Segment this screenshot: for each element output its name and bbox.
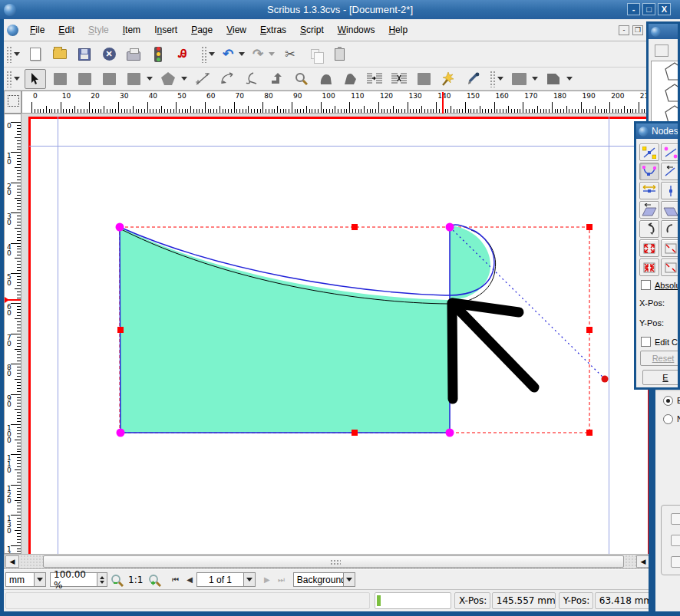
rotate-cw-button[interactable] <box>661 220 680 238</box>
maximize-button[interactable]: □ <box>642 3 655 15</box>
side-checkbox-2[interactable] <box>671 535 680 546</box>
menu-view[interactable]: View <box>220 22 253 38</box>
print-button[interactable] <box>123 44 144 64</box>
side-radio-1[interactable] <box>663 396 673 406</box>
scrollbar-thumb[interactable] <box>43 555 624 568</box>
next-page-button[interactable]: ▶ <box>260 575 274 584</box>
polygon-dropdown-icon[interactable] <box>181 77 187 81</box>
previous-page-button[interactable]: ◀ <box>183 575 196 584</box>
palette-title-bar[interactable] <box>649 24 678 39</box>
toolbar-overflow-icon[interactable] <box>14 77 20 81</box>
edited-shape-overlay[interactable] <box>21 114 680 554</box>
mdi-minimize-button[interactable]: - <box>619 25 629 35</box>
toolbar-drag-handle[interactable] <box>490 71 495 87</box>
unit-select[interactable]: mm <box>5 572 35 587</box>
shear-left-button[interactable] <box>639 201 659 219</box>
menu-page[interactable]: Page <box>184 22 220 38</box>
vertical-move-nodes-button[interactable] <box>661 182 680 199</box>
new-document-button[interactable] <box>25 44 46 64</box>
toolbar-overflow-icon[interactable] <box>497 77 503 81</box>
copy-item-properties-tool[interactable] <box>413 69 434 89</box>
insert-pdf-fields-tool[interactable] <box>508 69 530 89</box>
menu-style[interactable]: Style <box>81 22 116 38</box>
zoom-level-input[interactable]: 100.00 % <box>50 572 97 587</box>
zoom-in-button[interactable] <box>148 574 160 586</box>
edit-contour-checkbox[interactable] <box>641 337 651 347</box>
menu-windows[interactable]: Windows <box>331 22 382 38</box>
select-item-tool[interactable] <box>25 69 46 89</box>
shape-dropdown-icon[interactable] <box>147 77 153 81</box>
absolute-coordinates-checkbox[interactable] <box>641 280 651 290</box>
side-checkbox-3[interactable] <box>671 556 680 568</box>
menu-help[interactable]: Help <box>381 22 414 38</box>
control-point[interactable] <box>602 376 609 383</box>
insert-pdf-annotations-tool[interactable] <box>543 69 564 89</box>
pdf-fields-dropdown-icon[interactable] <box>532 77 538 81</box>
undo-button[interactable]: ↶ <box>220 44 236 64</box>
close-button[interactable]: X <box>658 3 671 15</box>
unit-dropdown-icon[interactable] <box>35 572 46 587</box>
insert-line-tool[interactable] <box>192 69 213 89</box>
minimize-button[interactable]: - <box>627 3 640 15</box>
insert-shape-tool[interactable] <box>123 69 144 89</box>
insert-bezier-tool[interactable] <box>216 69 238 89</box>
enlarge-shape-button[interactable] <box>639 239 659 257</box>
rotate-ccw-button[interactable] <box>639 220 659 238</box>
insert-freehand-line-tool[interactable] <box>241 69 262 89</box>
layer-select[interactable]: Background <box>293 572 344 587</box>
move-nodes-button[interactable] <box>639 143 659 161</box>
cut-button[interactable]: ✂ <box>279 44 301 64</box>
side-checkbox-1[interactable] <box>671 513 680 525</box>
toolbar-drag-handle[interactable] <box>6 46 12 63</box>
page-indicator[interactable]: 1 of 1 <box>196 572 244 587</box>
horizontal-move-nodes-button[interactable] <box>639 182 659 199</box>
layer-dropdown-icon[interactable] <box>344 572 355 587</box>
end-editing-button[interactable]: E <box>642 370 680 385</box>
insert-table-tool[interactable] <box>98 69 120 89</box>
link-text-frames-tool[interactable] <box>364 69 385 89</box>
insert-text-frame-tool[interactable] <box>49 69 71 89</box>
export-pdf-button[interactable]: Ꭿ <box>172 44 193 64</box>
nodes-palette-title-bar[interactable]: Nodes <box>636 124 678 139</box>
shape-fill[interactable] <box>120 226 490 433</box>
zoom-actual-size-button[interactable]: 1:1 <box>126 575 145 585</box>
shape-list[interactable] <box>651 61 680 121</box>
move-control-points-alt-button[interactable] <box>661 143 680 161</box>
palette-option-checkbox[interactable] <box>655 44 668 57</box>
menu-file[interactable]: File <box>23 22 51 38</box>
menu-item[interactable]: Item <box>116 22 147 38</box>
vertical-ruler[interactable]: 01 02 03 04 05 06 07 08 09 01 0 01 1 01 … <box>4 114 21 554</box>
redo-button[interactable]: ↷ <box>249 44 266 64</box>
side-radio-2[interactable] <box>663 414 673 424</box>
first-page-button[interactable]: ⏮ <box>168 575 183 585</box>
move-control-points-button[interactable] <box>639 163 659 180</box>
edit-contents-tool[interactable] <box>315 69 336 89</box>
shrink-shape-button[interactable] <box>639 259 659 276</box>
horizontal-scrollbar[interactable]: ◀ ◀ <box>4 554 652 569</box>
shear-right-button[interactable] <box>661 201 680 219</box>
close-document-button[interactable]: ✕ <box>98 44 120 64</box>
menu-insert[interactable]: Insert <box>147 22 184 38</box>
edit-text-story-editor-tool[interactable] <box>339 69 361 89</box>
add-nodes-button[interactable] <box>661 163 680 180</box>
menu-extras[interactable]: Extras <box>253 22 293 38</box>
last-page-button[interactable]: ⏭ <box>274 575 289 585</box>
zoom-tool[interactable] <box>290 69 312 89</box>
horizontal-ruler[interactable]: 0102030405060708090100110120130140150160… <box>21 91 649 114</box>
enlarge-shape-percent-button[interactable] <box>661 239 680 257</box>
scroll-left-icon[interactable]: ◀ <box>5 555 19 568</box>
undo-dropdown-icon[interactable] <box>239 52 245 56</box>
paste-button[interactable] <box>328 44 350 64</box>
shrink-shape-percent-button[interactable] <box>661 259 680 276</box>
toolbar-drag-handle[interactable] <box>201 46 206 63</box>
unlink-text-frames-tool[interactable] <box>388 69 410 89</box>
pdf-annotations-dropdown-icon[interactable] <box>566 77 573 81</box>
eyedropper-tool[interactable] <box>462 69 484 89</box>
page-dropdown-icon[interactable] <box>244 572 256 587</box>
toolbar-overflow-icon[interactable] <box>14 52 20 56</box>
zoom-out-button[interactable] <box>111 574 123 586</box>
preflight-verifier-button[interactable] <box>147 44 169 64</box>
menu-script[interactable]: Script <box>293 22 331 38</box>
open-document-button[interactable] <box>49 44 71 64</box>
save-document-button[interactable] <box>74 44 95 64</box>
